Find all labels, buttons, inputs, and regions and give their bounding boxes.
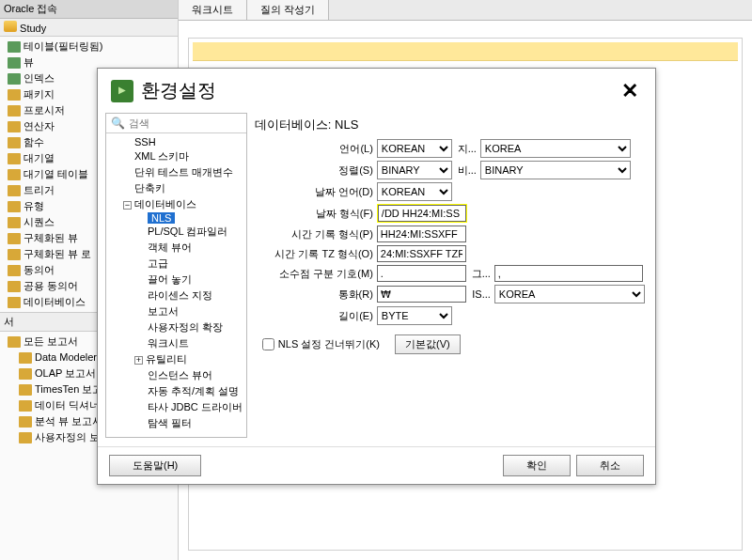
label-length: 길이(E) [255, 309, 373, 323]
select-sort[interactable]: BINARY [377, 161, 452, 179]
checkbox-skip-nls[interactable] [262, 338, 274, 350]
label-group: 그... [470, 267, 491, 281]
input-group[interactable] [494, 265, 643, 282]
input-currency[interactable] [377, 286, 466, 303]
tree-plsql[interactable]: PL/SQL 컴파일러 [106, 224, 246, 240]
select-date-lang[interactable]: KOREAN [377, 182, 452, 201]
preferences-icon [111, 80, 133, 102]
collapse-icon[interactable]: − [123, 201, 132, 210]
close-icon[interactable]: ✕ [621, 79, 638, 103]
panel-title: 데이터베이스: NLS [255, 117, 645, 139]
tree-instview[interactable]: 인스턴스 뷰어 [106, 367, 246, 383]
tree-drag[interactable]: 끌어 놓기 [106, 272, 246, 288]
label-decimal: 소수점 구분 기호(M) [255, 267, 373, 281]
connections-header: Oracle 접속 [0, 0, 178, 19]
tree-navfilter[interactable]: 탐색 필터 [106, 415, 246, 431]
tree-autotrace[interactable]: 자동 추적/계획 설명 [106, 383, 246, 399]
tree-worksheet[interactable]: 워크시트 [106, 335, 246, 351]
tree-report[interactable]: 보고서 [106, 303, 246, 319]
label-date-format: 날짜 형식(F) [255, 207, 373, 221]
tree-license[interactable]: 라이센스 지정 [106, 288, 246, 303]
tree-ssh[interactable]: SSH [106, 135, 246, 148]
tree-database[interactable]: −데이터베이스 [106, 196, 246, 212]
tree-utility[interactable]: +유틸리티 [106, 351, 246, 367]
search-box: 🔍 [106, 114, 246, 133]
tree-nls[interactable]: NLS [148, 212, 175, 224]
label-comp: 비... [456, 163, 477, 178]
table-icon [8, 41, 21, 53]
label-skip-nls: NLS 설정 건너뛰기(K) [278, 337, 380, 351]
tree-userext[interactable]: 사용자정의 확장 [106, 319, 246, 335]
label-territory: 지... [456, 142, 477, 156]
preferences-dialog: 환경설정 ✕ 🔍 SSH XML 스키마 단위 테스트 매개변수 단축키 −데이… [97, 68, 656, 485]
label-time-format: 시간 기록 형식(P) [255, 227, 373, 241]
help-button[interactable]: 도움말(H) [109, 455, 201, 476]
dialog-title: 환경설정 [141, 78, 216, 103]
select-comp[interactable]: BINARY [480, 161, 631, 179]
tree-unit[interactable]: 단위 테스트 매개변수 [106, 164, 246, 180]
input-time-format[interactable] [377, 226, 466, 242]
preferences-tree[interactable]: SSH XML 스키마 단위 테스트 매개변수 단축키 −데이터베이스 NLS … [106, 133, 246, 437]
highlight-date-format [377, 204, 467, 223]
ok-button[interactable]: 확인 [503, 455, 571, 476]
label-sort: 정렬(S) [255, 163, 373, 178]
label-language: 언어(L) [255, 142, 373, 156]
select-territory[interactable]: KOREA [480, 139, 631, 158]
label-date-lang: 날짜 언어(D) [255, 185, 373, 199]
worksheet-tabs[interactable]: 워크시트 질의 작성기 [179, 0, 752, 21]
tab-worksheet[interactable]: 워크시트 [179, 0, 247, 20]
search-input[interactable] [129, 117, 242, 129]
expand-icon[interactable]: + [134, 356, 143, 365]
tree-objview[interactable]: 객체 뷰어 [106, 240, 246, 256]
input-decimal[interactable] [377, 265, 466, 282]
tree-xml[interactable]: XML 스키마 [106, 148, 246, 164]
select-iso-currency[interactable]: KOREA [494, 285, 645, 303]
worksheet-highlight [193, 42, 738, 61]
search-icon: 🔍 [111, 117, 125, 130]
cancel-button[interactable]: 취소 [576, 455, 644, 476]
default-button[interactable]: 기본값(V) [395, 334, 461, 354]
connection-name[interactable]: Study [0, 19, 178, 37]
tree-shortcut[interactable]: 단축키 [106, 180, 246, 196]
label-currency: 통화(R) [255, 288, 373, 302]
tree-jdbc[interactable]: 타사 JDBC 드라이버 [106, 399, 246, 415]
tab-query-builder[interactable]: 질의 작성기 [247, 0, 329, 20]
input-date-format[interactable] [378, 205, 466, 222]
tree-advanced[interactable]: 고급 [106, 256, 246, 272]
select-length[interactable]: BYTE [377, 306, 452, 325]
select-language[interactable]: KOREAN [377, 139, 452, 158]
label-iso-currency: IS... [470, 288, 491, 300]
label-time-tz-format: 시간 기록 TZ 형식(O) [255, 247, 373, 261]
input-time-tz-format[interactable] [377, 245, 466, 262]
db-icon [4, 21, 17, 32]
